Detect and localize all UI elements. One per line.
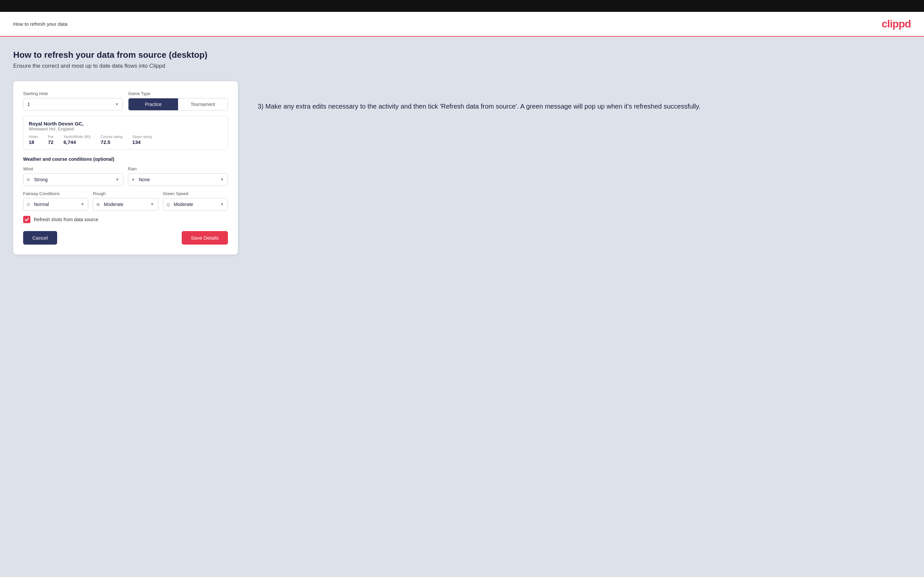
- top-fields-row: Starting Hole 1 10 ▼ Game Type Practice …: [23, 91, 228, 111]
- course-rating-label: Course rating: [101, 135, 123, 139]
- wind-label: Wind: [23, 166, 123, 171]
- par-value: 72: [48, 139, 53, 145]
- slope-rating-label: Slope rating: [132, 135, 152, 139]
- content-row: Starting Hole 1 10 ▼ Game Type Practice …: [13, 81, 911, 255]
- par-label: Par: [48, 135, 53, 139]
- course-rating-stat: Course rating 72.5: [101, 135, 123, 145]
- par-stat: Par 72: [48, 135, 53, 145]
- rain-group: Rain ✦ None Light Moderate Heavy ▼: [128, 166, 228, 186]
- game-type-label: Game Type: [128, 91, 228, 96]
- top-bar: [0, 0, 924, 12]
- rain-select[interactable]: None Light Moderate Heavy: [128, 173, 228, 186]
- footer: Copyright Clippd 2022: [0, 574, 924, 577]
- green-speed-select[interactable]: Moderate Slow Fast: [163, 198, 228, 211]
- weather-section-title: Weather and course conditions (optional): [23, 156, 228, 162]
- starting-hole-group: Starting Hole 1 10 ▼: [23, 91, 123, 111]
- form-actions: Cancel Save Details: [23, 231, 228, 245]
- cancel-button[interactable]: Cancel: [23, 231, 57, 245]
- rain-label: Rain: [128, 166, 228, 171]
- wind-rain-row: Wind ≋ Strong None Light Moderate ▼ Rain: [23, 166, 228, 186]
- green-speed-group: Green Speed ◎ Moderate Slow Fast ▼: [163, 191, 228, 211]
- slope-rating-value: 134: [132, 139, 152, 145]
- yards-label: Yards/White (M)): [63, 135, 90, 139]
- holes-stat: Holes 18: [29, 135, 38, 145]
- rough-label: Rough: [93, 191, 158, 196]
- tournament-button[interactable]: Tournament: [178, 98, 228, 110]
- side-note: 3) Make any extra edits necessary to the…: [258, 81, 911, 111]
- game-type-group: Game Type Practice Tournament: [128, 91, 228, 111]
- fairway-select[interactable]: Normal Soft Firm: [23, 198, 88, 211]
- side-note-text: 3) Make any extra edits necessary to the…: [258, 101, 911, 111]
- starting-hole-select-wrapper: 1 10 ▼: [23, 98, 123, 111]
- practice-button[interactable]: Practice: [129, 98, 178, 110]
- checkmark-icon: [24, 217, 29, 222]
- wind-group: Wind ≋ Strong None Light Moderate ▼: [23, 166, 123, 186]
- course-info-box: Royal North Devon GC, Westward Ho!, Engl…: [23, 116, 228, 150]
- slope-rating-stat: Slope rating 134: [132, 135, 152, 145]
- holes-label: Holes: [29, 135, 38, 139]
- rough-group: Rough ⊕ Moderate Light Heavy ▼: [93, 191, 158, 211]
- yards-stat: Yards/White (M)) 6,744: [63, 135, 90, 145]
- refresh-checkbox-label: Refresh shots from data source: [34, 217, 98, 222]
- green-speed-label: Green Speed: [163, 191, 228, 196]
- rough-select[interactable]: Moderate Light Heavy: [93, 198, 158, 211]
- course-name: Royal North Devon GC,: [29, 121, 222, 126]
- header-title: How to refresh your data: [13, 21, 68, 27]
- logo: clippd: [882, 18, 911, 30]
- starting-hole-label: Starting Hole: [23, 91, 123, 96]
- wind-select[interactable]: Strong None Light Moderate: [23, 173, 123, 186]
- course-stats: Holes 18 Par 72 Yards/White (M)) 6,744 C…: [29, 135, 222, 145]
- page-heading: How to refresh your data from source (de…: [13, 50, 911, 60]
- form-panel: Starting Hole 1 10 ▼ Game Type Practice …: [13, 81, 238, 255]
- game-type-buttons: Practice Tournament: [128, 98, 228, 111]
- yards-value: 6,744: [63, 139, 90, 145]
- main-content: How to refresh your data from source (de…: [0, 37, 924, 574]
- fairway-label: Fairway Conditions: [23, 191, 88, 196]
- course-rating-value: 72.5: [101, 139, 123, 145]
- fairway-group: Fairway Conditions ⊙ Normal Soft Firm ▼: [23, 191, 88, 211]
- holes-value: 18: [29, 139, 38, 145]
- save-button[interactable]: Save Details: [182, 231, 228, 245]
- page-subheading: Ensure the correct and most up to date d…: [13, 63, 911, 69]
- conditions-row: Fairway Conditions ⊙ Normal Soft Firm ▼ …: [23, 191, 228, 211]
- header: How to refresh your data clippd: [0, 12, 924, 37]
- course-location: Westward Ho!, England: [29, 126, 222, 131]
- refresh-checkbox-row[interactable]: Refresh shots from data source: [23, 216, 228, 223]
- refresh-checkbox[interactable]: [23, 216, 31, 223]
- starting-hole-select[interactable]: 1 10: [23, 98, 123, 111]
